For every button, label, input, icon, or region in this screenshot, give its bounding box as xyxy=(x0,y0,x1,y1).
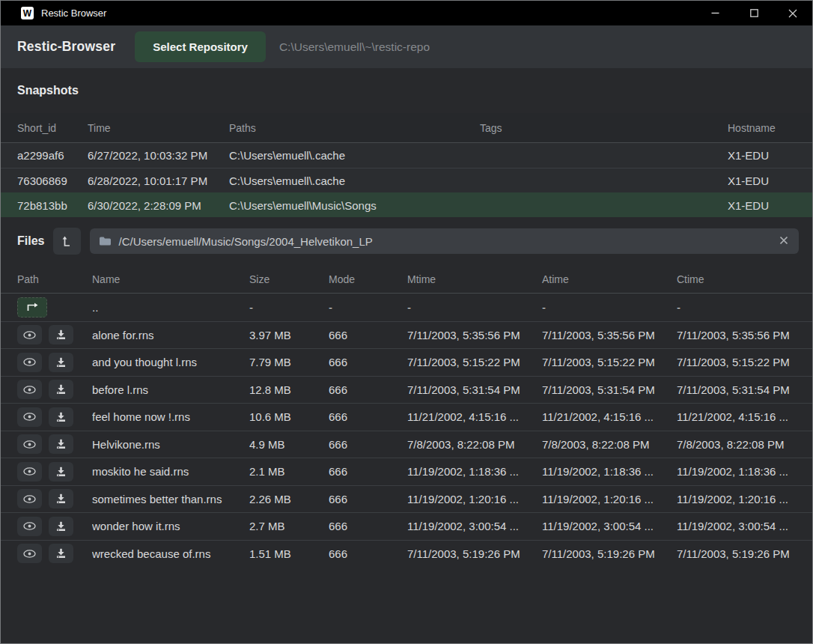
preview-file-button[interactable] xyxy=(17,544,42,563)
file-name: Helvikone.rns xyxy=(92,438,249,451)
file-row: feel home now !.rns 10.6 MB 666 11/21/20… xyxy=(1,403,812,431)
file-ctime: 7/8/2003, 8:22:08 PM xyxy=(677,438,799,451)
file-ctime: 11/21/2002, 4:15:16 ... xyxy=(677,410,799,423)
download-icon xyxy=(55,329,67,340)
download-icon xyxy=(55,521,67,532)
col-time: Time xyxy=(88,122,229,134)
snapshot-row[interactable]: 76306869 6/28/2022, 10:01:17 PM C:\Users… xyxy=(1,168,812,192)
file-atime: 7/11/2003, 5:15:22 PM xyxy=(542,356,677,368)
download-icon xyxy=(55,467,67,477)
file-mtime: - xyxy=(407,301,542,314)
preview-file-button[interactable] xyxy=(17,434,42,454)
file-name: and you thought l.rns xyxy=(92,356,249,368)
file-mtime: 11/19/2002, 3:00:54 ... xyxy=(407,520,542,532)
file-size: 1.51 MB xyxy=(249,547,329,560)
col-mtime: Mtime xyxy=(407,273,542,285)
download-file-button[interactable] xyxy=(49,325,73,344)
folder-icon xyxy=(99,236,112,246)
snapshot-short-id: 72b813bb xyxy=(17,199,88,212)
file-name: moskito he said.rns xyxy=(92,465,249,478)
col-atime: Atime xyxy=(542,273,677,285)
file-size: 7.79 MB xyxy=(249,356,329,368)
clear-path-button[interactable] xyxy=(778,235,790,247)
preview-file-button[interactable] xyxy=(17,380,42,399)
file-ctime: - xyxy=(677,301,799,314)
file-size: 12.8 MB xyxy=(249,383,329,396)
download-icon xyxy=(55,493,67,504)
file-ctime: 11/19/2002, 1:20:16 ... xyxy=(677,493,799,505)
file-name: wrecked because of.rns xyxy=(92,547,249,560)
col-path: Path xyxy=(17,273,92,285)
file-mode: 666 xyxy=(329,438,407,451)
download-file-button[interactable] xyxy=(49,380,73,399)
file-name: alone for.rns xyxy=(92,329,249,341)
preview-file-button[interactable] xyxy=(17,462,42,482)
file-size: 4.9 MB xyxy=(249,438,329,451)
preview-file-button[interactable] xyxy=(17,325,42,344)
files-table-header: Path Name Size Mode Mtime Atime Ctime xyxy=(1,265,812,294)
snapshot-hostname: X1-EDU xyxy=(728,174,799,187)
file-size: - xyxy=(249,301,329,314)
preview-file-button[interactable] xyxy=(17,353,42,372)
download-file-button[interactable] xyxy=(49,434,73,454)
snapshot-short-id: 76306869 xyxy=(17,174,88,187)
download-file-button[interactable] xyxy=(49,517,73,536)
file-name: feel home now !.rns xyxy=(92,410,249,423)
download-file-button[interactable] xyxy=(49,462,73,482)
snapshot-row[interactable]: a2299af6 6/27/2022, 10:03:32 PM C:\Users… xyxy=(1,143,812,168)
file-row: sometimes better than.rns 2.26 MB 666 11… xyxy=(1,485,812,513)
col-size: Size xyxy=(249,273,329,285)
path-input[interactable] xyxy=(118,235,778,248)
file-size: 2.1 MB xyxy=(249,465,329,478)
file-atime: 11/19/2002, 3:00:54 ... xyxy=(542,520,677,532)
file-size: 2.26 MB xyxy=(249,493,329,505)
preview-file-button[interactable] xyxy=(17,489,42,508)
file-row-parent: .. - - - - - xyxy=(1,294,812,321)
wails-logo-icon: W xyxy=(21,7,34,19)
file-row: wonder how it.rns 2.7 MB 666 11/19/2002,… xyxy=(1,512,812,540)
file-mode: 666 xyxy=(329,383,407,396)
close-icon xyxy=(788,9,797,18)
select-repository-button[interactable]: Select Repository xyxy=(135,31,266,62)
file-size: 3.97 MB xyxy=(249,329,329,341)
maximize-button[interactable] xyxy=(734,1,773,25)
up-level-button[interactable] xyxy=(53,228,81,255)
col-hostname: Hostname xyxy=(728,122,799,134)
file-mtime: 7/11/2003, 5:31:54 PM xyxy=(407,383,542,396)
file-atime: 7/11/2003, 5:19:26 PM xyxy=(542,547,677,560)
download-file-button[interactable] xyxy=(49,489,73,508)
window-controls xyxy=(695,1,812,25)
close-button[interactable] xyxy=(773,1,812,25)
col-ctime: Ctime xyxy=(677,273,799,285)
preview-file-button[interactable] xyxy=(17,407,42,427)
file-row: before l.rns 12.8 MB 666 7/11/2003, 5:31… xyxy=(1,376,812,404)
file-mode: 666 xyxy=(329,547,407,560)
file-name: before l.rns xyxy=(92,383,249,396)
minimize-icon xyxy=(711,9,719,17)
download-icon xyxy=(55,357,67,368)
snapshot-time: 6/28/2022, 10:01:17 PM xyxy=(88,174,229,187)
download-file-button[interactable] xyxy=(49,353,73,372)
preview-file-button[interactable] xyxy=(17,517,42,536)
eye-icon xyxy=(23,495,36,503)
minimize-button[interactable] xyxy=(695,1,734,25)
eye-icon xyxy=(23,550,36,558)
file-size: 10.6 MB xyxy=(249,410,329,423)
col-mode: Mode xyxy=(329,273,407,285)
file-atime: 11/19/2002, 1:18:36 ... xyxy=(542,465,677,478)
file-mode: 666 xyxy=(329,520,407,532)
file-ctime: 11/19/2002, 1:18:36 ... xyxy=(677,465,799,478)
file-mode: 666 xyxy=(329,493,407,505)
snapshots-heading-label: Snapshots xyxy=(17,84,79,97)
titlebar: W Restic Browser xyxy=(1,1,812,25)
snapshot-row-selected[interactable]: 72b813bb 6/30/2022, 2:28:09 PM C:\Users\… xyxy=(1,192,812,217)
file-row: wrecked because of.rns 1.51 MB 666 7/11/… xyxy=(1,540,812,568)
download-file-button[interactable] xyxy=(49,407,73,427)
files-bar: Files xyxy=(1,228,812,255)
go-up-directory-button[interactable] xyxy=(17,297,47,318)
download-file-button[interactable] xyxy=(49,544,73,563)
file-atime: 7/11/2003, 5:31:54 PM xyxy=(542,383,677,396)
snapshot-hostname: X1-EDU xyxy=(728,149,799,162)
file-atime: 11/19/2002, 1:20:16 ... xyxy=(542,493,677,505)
eye-icon xyxy=(23,358,36,366)
